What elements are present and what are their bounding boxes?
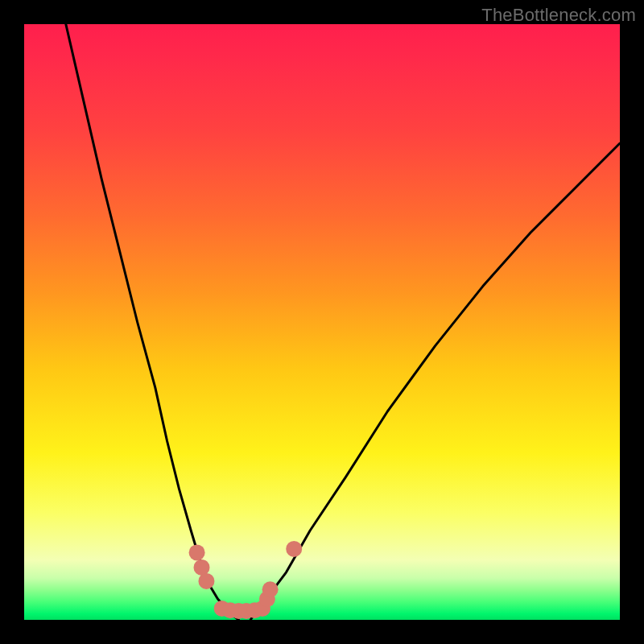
right-curve	[250, 143, 620, 620]
left-dots-point	[198, 573, 214, 589]
left-dots-point	[194, 559, 210, 576]
watermark-text: TheBottleneck.com	[481, 5, 636, 26]
chart-frame: TheBottleneck.com	[0, 0, 644, 644]
left-dots-point	[189, 544, 205, 560]
curves-svg	[24, 24, 620, 620]
plot-area	[24, 24, 620, 620]
right-dots-point	[286, 541, 302, 557]
left-curve	[66, 24, 239, 620]
right-dots-point	[262, 581, 279, 597]
chart-series	[66, 24, 620, 620]
